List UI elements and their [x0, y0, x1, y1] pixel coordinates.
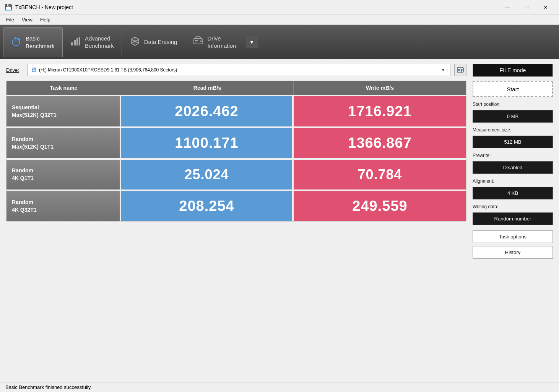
more-tabs-button[interactable]: ▼ — [246, 36, 258, 48]
menu-bar: File View Help — [0, 15, 559, 25]
row2-write: 1366.867 — [294, 128, 466, 158]
row1-read-value: 2026.462 — [175, 103, 239, 120]
tab-advanced-benchmark[interactable]: AdvancedBenchmark — [63, 27, 122, 57]
row4-write-value: 249.559 — [352, 198, 407, 214]
svg-rect-12 — [461, 70, 462, 71]
row4-name-text: Random4K Q32T1 — [12, 199, 37, 214]
row2-read-value: 1100.171 — [175, 135, 239, 151]
row4-write: 249.559 — [294, 191, 466, 221]
row2-read: 1100.171 — [121, 128, 294, 158]
drive-select-inner: 🖥 (H:) Micron CT2000X10PROSSD9 1.81 TB (… — [31, 66, 437, 73]
table-row: Random4K Q1T1 25.024 70.784 — [6, 158, 466, 190]
row1-write-value: 1716.921 — [348, 103, 412, 120]
data-erasing-icon — [130, 36, 140, 49]
row2-name: RandomMax(512K) Q1T1 — [6, 128, 121, 158]
start-button[interactable]: Start — [473, 81, 553, 97]
table-header: Task name Read mB/s Write mB/s — [6, 81, 466, 95]
main-content: Drive: 🖥 (H:) Micron CT2000X10PROSSD9 1.… — [0, 59, 559, 382]
task-options-button[interactable]: Task options — [473, 230, 553, 243]
svg-rect-1 — [74, 40, 76, 45]
writing-data-label: Writing data: — [473, 204, 553, 209]
svg-rect-2 — [76, 38, 78, 45]
menu-help[interactable]: Help — [37, 16, 54, 24]
row4-name: Random4K Q32T1 — [6, 191, 121, 221]
row1-write: 1716.921 — [294, 96, 466, 126]
row3-name: Random4K Q1T1 — [6, 160, 121, 190]
alignment-label: Alignment: — [473, 178, 553, 184]
svg-point-5 — [200, 40, 202, 42]
prewrite-label: Prewrite: — [473, 153, 553, 158]
app-icon: 💾 — [5, 3, 12, 11]
history-button[interactable]: History — [473, 246, 553, 259]
left-panel: Drive: 🖥 (H:) Micron CT2000X10PROSSD9 1.… — [6, 64, 466, 377]
basic-benchmark-label: BasicBenchmark — [26, 35, 55, 50]
drive-refresh-button[interactable] — [454, 64, 466, 76]
measurement-size-label: Measurement size: — [473, 127, 553, 133]
basic-benchmark-icon: ⏱ — [11, 36, 22, 49]
drive-dropdown-arrow: ▼ — [439, 67, 447, 73]
drive-value: (H:) Micron CT2000X10PROSSD9 1.81 TB (3,… — [39, 67, 177, 73]
table-row: SequentialMax(512K) Q32T1 2026.462 1716.… — [6, 95, 466, 126]
drive-selector[interactable]: 🖥 (H:) Micron CT2000X10PROSSD9 1.81 TB (… — [27, 64, 450, 76]
row1-name-text: SequentialMax(512K) Q32T1 — [12, 104, 57, 119]
status-bar: Basic Benchmark finished successfully. — [0, 382, 559, 392]
window-title: TxBENCH - New project — [15, 4, 73, 10]
measurement-size-value[interactable]: 512 MB — [473, 136, 553, 148]
drive-information-label: DriveInformation — [207, 35, 236, 50]
advanced-benchmark-icon — [70, 36, 81, 49]
prewrite-value[interactable]: Disabled — [473, 161, 553, 174]
minimize-button[interactable]: — — [499, 2, 516, 12]
close-button[interactable]: ✕ — [537, 2, 554, 12]
table-row: RandomMax(512K) Q1T1 1100.171 1366.867 — [6, 126, 466, 158]
row2-name-text: RandomMax(512K) Q1T1 — [12, 136, 54, 151]
menu-file[interactable]: File — [3, 16, 17, 24]
toolbar: ⏱ BasicBenchmark AdvancedBenchmark Data … — [0, 25, 559, 59]
drive-label: Drive: — [6, 67, 23, 73]
svg-rect-8 — [196, 37, 200, 39]
row2-write-value: 1366.867 — [348, 135, 412, 151]
drive-information-icon — [193, 36, 203, 49]
drive-icon: 🖥 — [31, 66, 37, 73]
svg-rect-10 — [458, 69, 460, 71]
row3-read-value: 25.024 — [184, 167, 229, 183]
status-text: Basic Benchmark finished successfully. — [5, 384, 92, 390]
svg-rect-6 — [195, 40, 198, 41]
tab-basic-benchmark[interactable]: ⏱ BasicBenchmark — [3, 27, 63, 57]
title-bar-left: 💾 TxBENCH - New project — [5, 3, 73, 11]
menu-view[interactable]: View — [19, 16, 36, 24]
drive-row: Drive: 🖥 (H:) Micron CT2000X10PROSSD9 1.… — [6, 64, 466, 76]
svg-rect-7 — [195, 42, 197, 42]
table-row: Random4K Q32T1 208.254 249.559 — [6, 190, 466, 221]
start-position-label: Start position: — [473, 102, 553, 107]
tab-drive-information[interactable]: DriveInformation — [185, 27, 244, 57]
data-erasing-label: Data Erasing — [144, 38, 177, 46]
alignment-value[interactable]: 4 KB — [473, 187, 553, 199]
row3-read: 25.024 — [121, 160, 294, 190]
file-mode-button[interactable]: FILE mode — [473, 64, 553, 77]
col-write: Write mB/s — [294, 81, 466, 95]
col-task-name: Task name — [6, 81, 121, 95]
row4-read-value: 208.254 — [179, 198, 234, 214]
start-position-value[interactable]: 0 MB — [473, 110, 553, 123]
right-panel: FILE mode Start Start position: 0 MB Mea… — [473, 64, 553, 377]
row4-read: 208.254 — [121, 191, 294, 221]
window-controls: — □ ✕ — [499, 2, 554, 12]
svg-rect-3 — [79, 37, 80, 45]
title-bar: 💾 TxBENCH - New project — □ ✕ — [0, 0, 559, 15]
row1-read: 2026.462 — [121, 96, 294, 126]
svg-rect-0 — [71, 42, 73, 45]
tab-data-erasing[interactable]: Data Erasing — [122, 27, 185, 57]
col-read: Read mB/s — [121, 81, 294, 95]
writing-data-value[interactable]: Random number — [473, 212, 553, 225]
maximize-button[interactable]: □ — [518, 2, 535, 12]
svg-rect-11 — [461, 69, 463, 70]
benchmark-table: Task name Read mB/s Write mB/s Sequentia… — [6, 81, 466, 222]
row3-name-text: Random4K Q1T1 — [12, 167, 34, 182]
row1-name: SequentialMax(512K) Q32T1 — [6, 96, 121, 126]
advanced-benchmark-label: AdvancedBenchmark — [85, 35, 114, 50]
row3-write: 70.784 — [294, 160, 466, 190]
row3-write-value: 70.784 — [358, 167, 402, 183]
svg-rect-13 — [461, 71, 462, 72]
